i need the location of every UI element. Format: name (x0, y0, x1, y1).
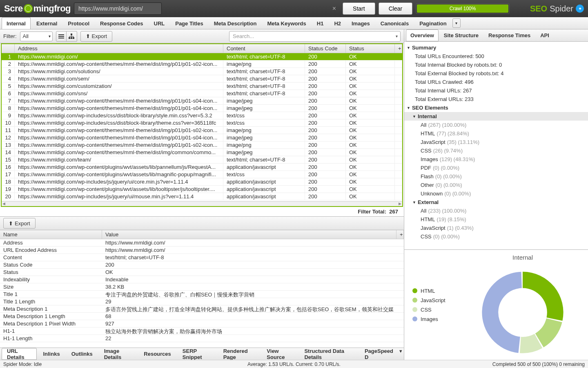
table-row[interactable]: 17https://www.mmldigi.com/wp-content/plu… (2, 171, 402, 178)
tab-protocol[interactable]: Protocol (63, 17, 94, 29)
detail-row[interactable]: H1-1独立站海外数字营销解决方案，助你赢得海外市场 (0, 328, 404, 335)
detail-row[interactable]: Addresshttps://www.mmldigi.com/ (0, 239, 404, 247)
btab-serp-snippet[interactable]: SERP Snippet (177, 348, 217, 360)
overview-item[interactable]: Total Internal Blocked by robots.txt: 0 (404, 61, 588, 69)
btab-pagespeed-d[interactable]: PageSpeed D (359, 348, 399, 360)
url-input[interactable] (74, 2, 162, 15)
btab-inlinks[interactable]: Inlinks (38, 348, 65, 360)
overview-item[interactable]: JavaScript (35) (13.11%) (404, 138, 588, 146)
tab-url[interactable]: URL (149, 17, 170, 29)
table-row[interactable]: 13https://www.mmldigi.com/wp-content/the… (2, 141, 402, 149)
tab-meta-keywords[interactable]: Meta Keywords (262, 17, 311, 29)
overview-item[interactable]: ▼Internal (404, 112, 588, 121)
btab-url-details[interactable]: URL Details (2, 348, 37, 360)
th-value[interactable]: Value (102, 230, 396, 239)
overview-item[interactable]: HTML (19) (8.15%) (404, 215, 588, 224)
twitter-icon[interactable]: ✦ (576, 4, 584, 13)
tab-meta-description[interactable]: Meta Description (209, 17, 262, 29)
table-row[interactable]: 5https://www.mmldigi.com/customization/t… (2, 83, 402, 90)
overview-item[interactable]: PDF (0) (0.00%) (404, 164, 588, 172)
table-row[interactable]: 14https://www.mmldigi.com/wp-content/the… (2, 149, 402, 156)
rtab-response-times[interactable]: Response Times (484, 29, 535, 41)
table-row[interactable]: 19https://www.mmldigi.com/wp-content/plu… (2, 186, 402, 193)
th-name[interactable]: Name (0, 230, 102, 239)
clear-url-icon[interactable]: × (332, 5, 336, 12)
table-row[interactable]: 12https://www.mmldigi.com/wp-content/the… (2, 134, 402, 141)
btab-structured-data-details[interactable]: Structured Data Details (299, 348, 359, 360)
table-h-scrollbar[interactable]: ◀▶ (2, 201, 402, 206)
overview-item[interactable]: CSS (0) (0.00%) (404, 232, 588, 241)
overview-item[interactable]: All (233) (100.00%) (404, 206, 588, 215)
table-row[interactable]: 9https://www.mmldigi.com/wp-includes/css… (2, 112, 402, 119)
detail-row[interactable]: Meta Description 1多语言外贸线上推广建站，打造全球询盘转化网站… (0, 305, 404, 313)
detail-row[interactable]: Contenttext/html; charset=UTF-8 (0, 254, 404, 261)
bottom-tabs-overflow-icon[interactable]: ▾ (399, 348, 402, 360)
detail-row[interactable]: Title 1专注于询盘的外贸建站、谷歌推广、白帽SEO｜慢慢来数字营销 (0, 291, 404, 298)
overview-item[interactable]: JavaScript (1) (0.43%) (404, 224, 588, 232)
overview-item[interactable]: ▼Summary (404, 43, 588, 52)
detail-row[interactable]: Title 1 Length29 (0, 298, 404, 305)
overview-item[interactable]: CSS (26) (9.74%) (404, 146, 588, 155)
tab-response-codes[interactable]: Response Codes (95, 17, 148, 29)
export-button[interactable]: ⬆Export (80, 31, 113, 42)
detail-row[interactable]: Meta Description 1 Length68 (0, 313, 404, 320)
overview-item[interactable]: Total External Blocked by robots.txt: 4 (404, 69, 588, 78)
detail-row[interactable]: Meta Description 1 Pixel Width927 (0, 320, 404, 328)
overview-item[interactable]: Total External URLs: 233 (404, 95, 588, 103)
overview-item[interactable]: Total Internal URLs: 267 (404, 86, 588, 95)
tab-h1[interactable]: H1 (312, 17, 329, 29)
tab-images[interactable]: Images (347, 17, 375, 29)
btab-resources[interactable]: Resources (138, 348, 176, 360)
overview-item[interactable]: HTML (77) (28.84%) (404, 129, 588, 138)
th-content[interactable]: Content (223, 44, 305, 53)
overview-item[interactable]: Images (129) (48.31%) (404, 155, 588, 164)
detail-row[interactable]: H1-1 Length22 (0, 335, 404, 342)
table-row[interactable]: 11https://www.mmldigi.com/wp-content/the… (2, 127, 402, 134)
table-row[interactable]: 8https://www.mmldigi.com/wp-content/them… (2, 105, 402, 112)
overview-item[interactable]: Unknown (0) (0.00%) (404, 189, 588, 198)
overview-item[interactable]: ▼SEO Elements (404, 103, 588, 112)
detail-row[interactable]: IndexabilityIndexable (0, 276, 404, 283)
start-button[interactable]: Start (343, 2, 375, 15)
th-status-code[interactable]: Status Code (305, 44, 346, 53)
detail-export-button[interactable]: ⬆Export (3, 218, 36, 229)
table-row[interactable]: 10https://www.mmldigi.com/wp-includes/cs… (2, 119, 402, 127)
th-status[interactable]: Status (346, 44, 395, 53)
table-row[interactable]: 18https://www.mmldigi.com/wp-includes/js… (2, 178, 402, 186)
detail-row[interactable]: URL Encoded Addresshttps://www.mmldigi.c… (0, 247, 404, 254)
table-row[interactable]: 20https://www.mmldigi.com/wp-includes/js… (2, 193, 402, 200)
table-row[interactable]: 7https://www.mmldigi.com/wp-content/them… (2, 97, 402, 105)
btab-rendered-page[interactable]: Rendered Page (218, 348, 261, 360)
rtab-site-structure[interactable]: Site Structure (439, 29, 483, 41)
btab-outlinks[interactable]: Outlinks (66, 348, 98, 360)
detail-row[interactable]: Size38.2 KB (0, 283, 404, 291)
overview-item[interactable]: Flash (0) (0.00%) (404, 172, 588, 181)
view-list-icon[interactable] (56, 31, 67, 42)
th-address[interactable]: Address (15, 44, 223, 53)
tab-page-titles[interactable]: Page Titles (170, 17, 208, 29)
overview-item[interactable]: Total URLs Encountered: 500 (404, 52, 588, 61)
table-row[interactable]: 16https://www.mmldigi.com/wp-content/plu… (2, 164, 402, 171)
table-row[interactable]: 2https://www.mmldigi.com/wp-content/them… (2, 61, 402, 68)
rtab-overview[interactable]: Overview (406, 29, 439, 41)
view-tree-icon[interactable] (67, 31, 77, 42)
overview-item[interactable]: Total URLs Crawled: 496 (404, 78, 588, 86)
detail-row[interactable]: Status Code200 (0, 261, 404, 269)
detail-row[interactable]: StatusOK (0, 269, 404, 276)
rtab-api[interactable]: API (536, 29, 554, 41)
tab-external[interactable]: External (31, 17, 62, 29)
clear-button[interactable]: Clear (379, 2, 412, 15)
table-row[interactable]: 6https://www.mmldigi.com/sns/text/html; … (2, 90, 402, 97)
tabs-overflow-icon[interactable]: ▾ (452, 18, 461, 28)
overview-item[interactable]: All (267) (100.00%) (404, 121, 588, 129)
tab-internal[interactable]: Internal (2, 17, 31, 29)
tab-pagination[interactable]: Pagination (414, 17, 451, 29)
table-row[interactable]: 1https://www.mmldigi.com/text/html; char… (2, 53, 402, 61)
tab-canonicals[interactable]: Canonicals (376, 17, 414, 29)
overview-item[interactable]: Other (0) (0.00%) (404, 181, 588, 189)
tab-h2[interactable]: H2 (329, 17, 346, 29)
overview-item[interactable]: ▼External (404, 198, 588, 206)
table-row[interactable]: 15https://www.mmldigi.com/team/text/html… (2, 156, 402, 164)
search-input[interactable]: Search... (229, 31, 401, 42)
th-num[interactable] (2, 44, 15, 53)
